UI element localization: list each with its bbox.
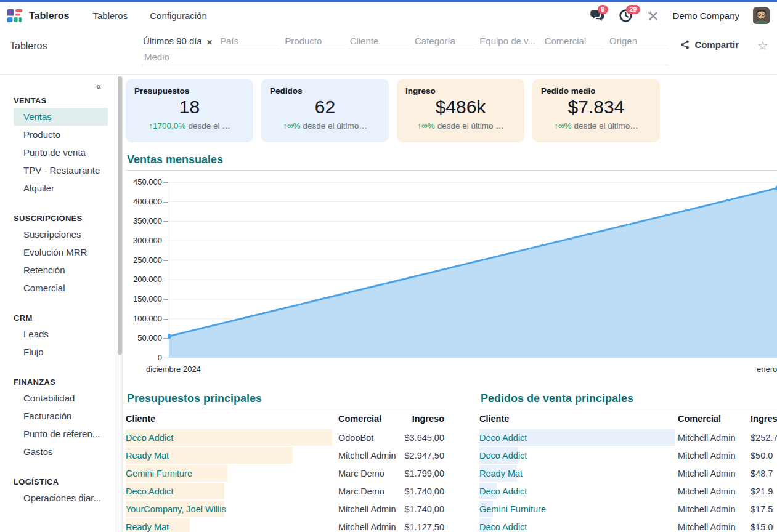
app-logo-icon[interactable] bbox=[7, 8, 23, 23]
filter-chip-date[interactable]: Últimos 90 día bbox=[142, 36, 203, 49]
top-quotations-table: Presupuestos principales ClienteComercia… bbox=[126, 392, 444, 532]
favorite-star-icon[interactable]: ☆ bbox=[757, 39, 768, 52]
menu-tableros[interactable]: Tableros bbox=[93, 10, 128, 21]
sidebar-item[interactable]: Gastos bbox=[14, 443, 108, 461]
sidebar-item[interactable]: Operaciones diar... bbox=[14, 489, 108, 507]
kpi-delta: ↑∞% bbox=[417, 121, 434, 131]
cell-salesperson: Mitchell Admin bbox=[338, 522, 400, 532]
sidebar-item[interactable]: Suscripciones bbox=[14, 225, 108, 243]
share-icon bbox=[680, 40, 690, 49]
sidebar-item[interactable]: Leads bbox=[14, 325, 108, 343]
table-row: Deco AddictMitchell Admin$15.0 bbox=[479, 518, 777, 532]
cell-customer[interactable]: Deco Addict bbox=[479, 433, 678, 443]
filter-input[interactable]: Comercial bbox=[542, 36, 604, 49]
nav-menu: Tableros Configuración bbox=[93, 10, 207, 21]
table-header: ClienteComercialIngreso bbox=[479, 409, 777, 429]
filter-input[interactable]: Producto bbox=[282, 36, 344, 49]
share-button[interactable]: Compartir bbox=[680, 39, 739, 50]
filter-input[interactable]: Equipo de v... bbox=[477, 36, 539, 49]
y-tick-label: 100.000 bbox=[126, 314, 162, 323]
table-row: Deco AddictMitchell Admin$252.7 bbox=[479, 429, 777, 446]
kpi-delta: ↑∞% bbox=[283, 121, 300, 131]
table-title: Presupuestos principales bbox=[126, 392, 444, 409]
cell-customer[interactable]: YourCompany, Joel Willis bbox=[126, 504, 338, 514]
messages-badge: 8 bbox=[598, 5, 609, 14]
cell-revenue: $1.740,00 bbox=[400, 504, 444, 514]
sidebar-item[interactable]: TPV - Restaurante bbox=[14, 161, 108, 179]
cell-salesperson: Mitchell Admin bbox=[678, 451, 751, 461]
sidebar-item[interactable]: Comercial bbox=[14, 279, 108, 297]
breadcrumb-page-title[interactable]: Tableros bbox=[10, 30, 138, 74]
cell-revenue: $50.0 bbox=[751, 451, 777, 461]
y-tick-label: 150.000 bbox=[126, 294, 162, 304]
user-avatar[interactable] bbox=[753, 7, 770, 24]
cell-customer[interactable]: Deco Addict bbox=[479, 486, 678, 496]
filter-input[interactable]: País bbox=[218, 36, 280, 49]
dashboard-content: Presupuestos 18 ↑1700,0%desde el … Pedid… bbox=[123, 75, 777, 532]
x-axis-label-january: enero 2025 bbox=[757, 365, 777, 374]
cell-customer[interactable]: Deco Addict bbox=[126, 433, 338, 443]
sidebar-item[interactable]: Punto de venta bbox=[14, 143, 108, 161]
sidebar-item[interactable]: Alquiler bbox=[14, 179, 108, 197]
cell-customer[interactable]: Deco Addict bbox=[479, 522, 678, 532]
kpi-card-pedidos[interactable]: Pedidos 62 ↑∞%desde el último… bbox=[261, 79, 389, 142]
activities-clock-icon[interactable]: 29 bbox=[619, 9, 633, 23]
monthly-sales-chart[interactable]: 450.000400.000350.000300.000250.000200.0… bbox=[126, 171, 777, 374]
messages-icon[interactable]: 8 bbox=[590, 9, 605, 23]
y-tick-label: 200.000 bbox=[126, 275, 162, 284]
kpi-delta-caption: desde el último … bbox=[437, 121, 504, 131]
cell-salesperson: Marc Demo bbox=[338, 486, 400, 496]
sidebar-item[interactable]: Evolución MRR bbox=[14, 243, 108, 261]
filter-input[interactable]: Origen bbox=[607, 36, 669, 49]
control-panel-actions: Compartir ☆ bbox=[680, 30, 768, 74]
sidebar-item[interactable]: Flujo bbox=[14, 343, 108, 361]
kpi-card-pedido-medio[interactable]: Pedido medio $7.834 ↑∞%desde el último… bbox=[532, 79, 660, 142]
table-body: Deco AddictOdooBot$3.645,00Ready MatMitc… bbox=[126, 429, 444, 532]
cell-customer[interactable]: Deco Addict bbox=[479, 451, 678, 461]
collapse-sidebar-icon[interactable]: « bbox=[96, 81, 101, 91]
menu-configuracion[interactable]: Configuración bbox=[150, 10, 207, 21]
content-scrollbar[interactable] bbox=[116, 75, 123, 532]
kpi-delta: ↑∞% bbox=[554, 121, 571, 131]
sidebar-item[interactable]: Ventas bbox=[14, 108, 108, 126]
main-area: « VENTASVentasProductoPunto de ventaTPV … bbox=[0, 75, 777, 532]
y-tick-label: 0 bbox=[126, 353, 162, 362]
tables-row: Presupuestos principales ClienteComercia… bbox=[126, 392, 777, 532]
column-header: Comercial bbox=[338, 414, 400, 424]
cell-salesperson: Mitchell Admin bbox=[338, 504, 400, 514]
app-name[interactable]: Tableros bbox=[29, 10, 70, 22]
kpi-delta-caption: desde el último… bbox=[303, 121, 367, 131]
kpi-card-presupuestos[interactable]: Presupuestos 18 ↑1700,0%desde el … bbox=[126, 79, 253, 142]
cell-revenue: $17.5 bbox=[751, 504, 777, 514]
filter-input[interactable]: Cliente bbox=[348, 36, 410, 49]
sidebar-item[interactable]: Contabilidad bbox=[14, 389, 108, 407]
cell-salesperson: Mitchell Admin bbox=[678, 433, 751, 443]
table-row: Gemini FurnitureMarc Demo$1.799,00 bbox=[126, 464, 444, 482]
sidebar-item[interactable]: Facturación bbox=[14, 407, 108, 425]
company-name[interactable]: Demo Company bbox=[673, 10, 739, 21]
filters-row-1: Últimos 90 día ✕ PaísProductoClienteCate… bbox=[142, 34, 672, 49]
cell-customer[interactable]: Ready Mat bbox=[479, 469, 678, 478]
cell-customer[interactable]: Ready Mat bbox=[126, 451, 338, 461]
table-title: Pedidos de venta principales bbox=[479, 392, 777, 409]
cell-salesperson: Mitchell Admin bbox=[678, 469, 751, 478]
cell-revenue: $3.645,00 bbox=[400, 433, 444, 443]
sidebar-item[interactable]: Punto de referen... bbox=[14, 425, 108, 443]
sidebar-item[interactable]: Producto bbox=[14, 126, 108, 143]
y-tick-label: 250.000 bbox=[126, 256, 162, 265]
filter-input[interactable]: Categoría bbox=[412, 36, 474, 49]
cell-customer[interactable]: Deco Addict bbox=[126, 486, 338, 496]
table-row: Deco AddictMitchell Admin$50.0 bbox=[479, 446, 777, 464]
scrollbar-thumb[interactable] bbox=[118, 76, 122, 355]
tools-icon[interactable] bbox=[647, 10, 659, 22]
cell-customer[interactable]: Ready Mat bbox=[126, 522, 338, 532]
kpi-card-ingreso[interactable]: Ingreso $486k ↑∞%desde el último … bbox=[397, 79, 524, 142]
cell-customer[interactable]: Gemini Furniture bbox=[479, 504, 678, 514]
cell-customer[interactable]: Gemini Furniture bbox=[126, 469, 338, 478]
remove-filter-icon[interactable]: ✕ bbox=[206, 38, 213, 47]
cell-revenue: $48.7 bbox=[751, 469, 777, 478]
navbar-right: 8 29 Demo Company bbox=[590, 7, 770, 24]
cell-salesperson: Mitchell Admin bbox=[678, 486, 751, 496]
filter-input[interactable]: Medio bbox=[142, 52, 669, 65]
sidebar-item[interactable]: Retención bbox=[14, 261, 108, 279]
